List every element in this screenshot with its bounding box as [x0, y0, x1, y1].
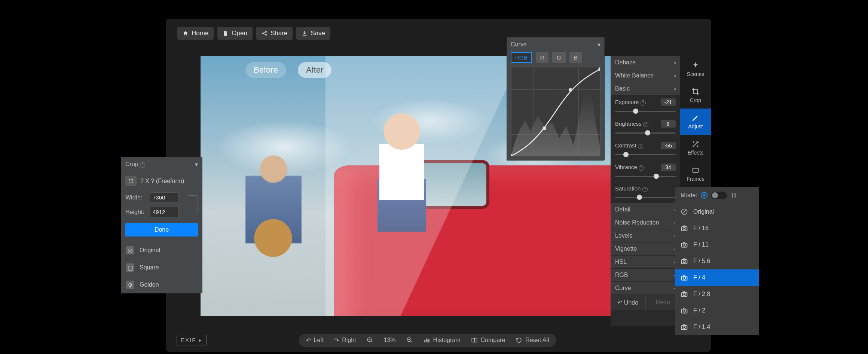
- rotate-left-button[interactable]: ↶ Left: [306, 337, 324, 344]
- help-icon[interactable]: ?: [638, 144, 643, 149]
- help-icon[interactable]: ?: [641, 100, 646, 106]
- after-pill[interactable]: After: [298, 62, 331, 78]
- slider-vibrance[interactable]: [615, 173, 676, 180]
- section-rgb[interactable]: RGB◂: [611, 269, 680, 282]
- section-vignette[interactable]: Vignette◂: [611, 242, 680, 256]
- bottom-bar: EXIF ▸ ↶ Left ↷ Right 13% Histogram Comp…: [166, 329, 711, 352]
- file-icon: [223, 30, 229, 36]
- download-icon: [302, 30, 308, 36]
- preset-original[interactable]: ◎Original: [121, 242, 202, 259]
- zoom-out-icon: [367, 337, 373, 344]
- crop-icon: [691, 88, 700, 96]
- before-pill[interactable]: Before: [245, 62, 286, 78]
- slider-contrast[interactable]: [615, 151, 676, 158]
- histogram-button[interactable]: Histogram: [424, 337, 461, 344]
- svg-rect-3: [693, 168, 699, 173]
- top-toolbar: Home Open Share Save: [166, 19, 711, 48]
- tool-scenes[interactable]: Scenes: [680, 56, 711, 82]
- curve-tab-rgb[interactable]: RGB: [511, 52, 532, 63]
- aperture-panel[interactable]: Mode: Original F / 16F / 11F / 5.6F / 4F…: [675, 187, 759, 335]
- collapse-icon[interactable]: ▾: [597, 41, 600, 48]
- rotate-right-button[interactable]: ↷ Right: [334, 337, 356, 344]
- svg-point-29: [683, 310, 686, 312]
- mode-toggle[interactable]: [711, 192, 727, 199]
- aperture-item[interactable]: F / 11: [675, 236, 759, 253]
- tool-frames[interactable]: Frames: [680, 161, 711, 187]
- slider-brightness[interactable]: [615, 129, 676, 137]
- section-dehaze[interactable]: Dehaze◂: [611, 56, 680, 69]
- tool-adjust[interactable]: Adjust: [680, 109, 711, 135]
- svg-point-27: [683, 293, 686, 296]
- svg-point-15: [569, 88, 572, 92]
- slider-row-brightness: Brightness ? 8: [611, 117, 680, 129]
- slider-saturation[interactable]: [615, 193, 676, 201]
- tool-effects[interactable]: Effects: [680, 135, 711, 161]
- svg-rect-9: [426, 339, 427, 343]
- open-button[interactable]: Open: [217, 27, 253, 40]
- section-noise-reduction[interactable]: Noise Reduction◂: [611, 216, 680, 229]
- share-icon: [262, 30, 268, 36]
- golden-icon: φ: [126, 281, 134, 289]
- zoom-out-button[interactable]: [367, 337, 373, 344]
- section-levels[interactable]: Levels◂: [611, 229, 680, 242]
- help-icon[interactable]: ?: [140, 162, 145, 168]
- aperture-item[interactable]: F / 1.4: [675, 319, 759, 335]
- adjust-panel: Dehaze◂White Balance◂Basic◂ Exposure ? -…: [611, 56, 680, 326]
- photo-guitar: [251, 217, 307, 259]
- aperture-item[interactable]: F / 16: [675, 220, 759, 236]
- slider-row-saturation: Saturation ?: [611, 182, 680, 193]
- zoom-in-button[interactable]: [406, 337, 413, 344]
- slider-row-exposure: Exposure ? -21: [611, 95, 680, 107]
- compare-button[interactable]: Compare: [471, 337, 505, 344]
- aperture-item[interactable]: F / 2.8: [675, 286, 759, 302]
- section-hsl[interactable]: HSL◂: [611, 256, 680, 269]
- svg-rect-8: [424, 340, 425, 342]
- open-label: Open: [232, 30, 247, 37]
- help-icon[interactable]: ?: [639, 165, 644, 171]
- curve-tab-g[interactable]: G: [552, 52, 566, 63]
- width-input[interactable]: [150, 192, 178, 202]
- svg-point-21: [683, 244, 686, 247]
- section-white-balance[interactable]: White Balance◂: [611, 69, 680, 82]
- sparkle-icon: [691, 61, 700, 70]
- svg-point-19: [683, 228, 686, 230]
- aperture-item[interactable]: F / 5.6: [675, 253, 759, 269]
- curve-tab-r[interactable]: R: [536, 52, 549, 63]
- help-icon[interactable]: ?: [643, 122, 648, 127]
- reset-all-button[interactable]: Reset All: [516, 337, 549, 344]
- home-button[interactable]: Home: [177, 27, 214, 40]
- mode-linear-icon[interactable]: [731, 192, 737, 199]
- preset-golden[interactable]: φGolden: [121, 276, 202, 293]
- section-basic[interactable]: Basic◂: [611, 82, 680, 95]
- slider-value: 8: [661, 120, 676, 128]
- undo-button[interactable]: ↶ Undo: [611, 295, 646, 310]
- home-icon: [183, 30, 189, 36]
- aperture-item[interactable]: F / 2: [675, 302, 759, 319]
- curve-line: [511, 67, 600, 156]
- save-button[interactable]: Save: [296, 27, 330, 40]
- camera-icon: [681, 225, 688, 232]
- tool-crop[interactable]: Crop: [680, 82, 711, 109]
- curve-tab-b[interactable]: B: [569, 52, 582, 63]
- preset-square[interactable]: ▢Square: [121, 259, 202, 276]
- svg-point-31: [683, 326, 686, 329]
- collapse-icon[interactable]: ▾: [195, 161, 198, 168]
- aperture-original[interactable]: Original: [675, 204, 759, 220]
- svg-point-23: [683, 260, 686, 263]
- crop-panel[interactable]: Crop ? ▾ ? X ? (Freeform) Width: Height:…: [121, 157, 202, 293]
- done-button[interactable]: Done: [125, 223, 198, 236]
- zoom-level[interactable]: 13%: [384, 337, 396, 344]
- curve-panel[interactable]: Curve▾ RGB R G B: [507, 37, 605, 161]
- link-dimensions-button[interactable]: [188, 195, 198, 214]
- height-input[interactable]: [150, 207, 178, 217]
- aspect-icon-button[interactable]: [125, 176, 137, 186]
- aperture-item[interactable]: F / 4: [675, 269, 759, 286]
- curve-graph[interactable]: [511, 67, 600, 156]
- exif-button[interactable]: EXIF ▸: [177, 335, 207, 345]
- slider-exposure[interactable]: [615, 107, 676, 115]
- share-button[interactable]: Share: [256, 27, 293, 40]
- section-detail[interactable]: Detail◂: [611, 203, 680, 216]
- mode-radial-icon[interactable]: [701, 192, 707, 199]
- section-curve[interactable]: Curve◂: [611, 282, 680, 295]
- help-icon[interactable]: ?: [642, 187, 648, 192]
